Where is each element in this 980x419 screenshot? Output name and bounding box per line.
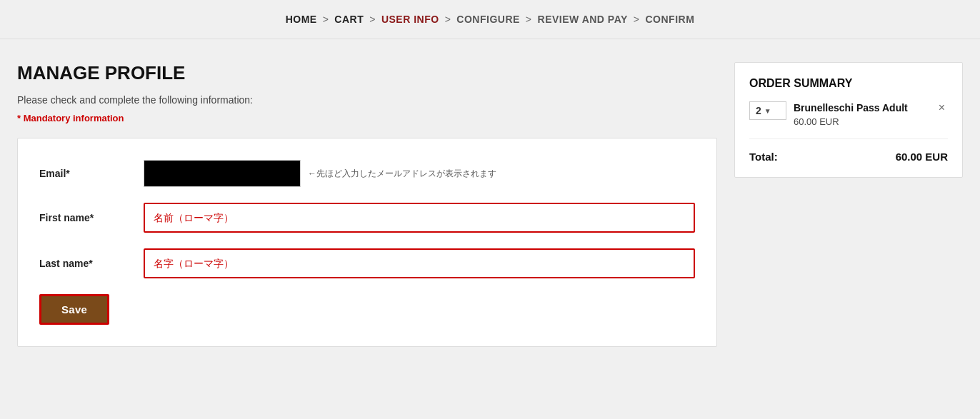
breadcrumb-userinfo[interactable]: USER INFO	[381, 14, 439, 25]
sep-5: >	[634, 14, 640, 25]
sep-3: >	[445, 14, 451, 25]
total-value: 60.00 EUR	[896, 151, 948, 163]
main-content: MANAGE PROFILE Please check and complete…	[0, 39, 980, 370]
quantity-selector[interactable]: 2 ▼	[749, 101, 786, 120]
item-details: Brunelleschi Pass Adult 60.00 EUR	[794, 101, 929, 127]
first-name-label: First name*	[39, 212, 132, 223]
first-name-input[interactable]	[144, 203, 695, 233]
last-name-input[interactable]	[144, 248, 695, 278]
chevron-down-icon: ▼	[764, 107, 771, 115]
order-summary-title: ORDER SUMMARY	[749, 77, 948, 90]
breadcrumb: HOME > CART > USER INFO > CONFIGURE > RE…	[286, 14, 695, 25]
first-name-row: First name*	[39, 203, 695, 233]
sep-1: >	[323, 14, 329, 25]
breadcrumb-home[interactable]: HOME	[286, 14, 317, 25]
page-title: MANAGE PROFILE	[17, 62, 717, 84]
quantity-value: 2	[756, 105, 761, 116]
page-subtitle: Please check and complete the following …	[17, 94, 717, 106]
form-box: Email* ←先ほど入力したメールアドレスが表示されます First name…	[17, 138, 717, 347]
save-button[interactable]: Save	[39, 294, 109, 325]
breadcrumb-review[interactable]: REVIEW AND PAY	[538, 14, 628, 25]
last-name-label: Last name*	[39, 258, 132, 269]
breadcrumb-cart[interactable]: CART	[334, 14, 364, 25]
item-price: 60.00 EUR	[794, 116, 929, 127]
item-name: Brunelleschi Pass Adult	[794, 101, 929, 114]
email-label: Email*	[39, 168, 132, 179]
remove-item-button[interactable]: ×	[936, 101, 948, 114]
save-btn-wrapper: Save	[39, 294, 695, 325]
sep-4: >	[526, 14, 532, 25]
email-row: Email* ←先ほど入力したメールアドレスが表示されます	[39, 160, 695, 187]
order-total: Total: 60.00 EUR	[749, 151, 948, 163]
email-hint: ←先ほど入力したメールアドレスが表示されます	[308, 168, 496, 180]
breadcrumb-configure[interactable]: CONFIGURE	[456, 14, 520, 25]
order-item: 2 ▼ Brunelleschi Pass Adult 60.00 EUR ×	[749, 101, 948, 139]
breadcrumb-bar: HOME > CART > USER INFO > CONFIGURE > RE…	[0, 0, 980, 39]
mandatory-note: * Mandatory information	[17, 113, 717, 123]
mandatory-star: * Mandatory information	[17, 113, 124, 123]
sep-2: >	[369, 14, 376, 25]
order-summary: ORDER SUMMARY 2 ▼ Brunelleschi Pass Adul…	[734, 62, 963, 178]
breadcrumb-confirm[interactable]: CONFIRM	[646, 14, 695, 25]
email-display-masked	[144, 160, 301, 187]
email-wrapper: ←先ほど入力したメールアドレスが表示されます	[144, 160, 695, 187]
total-label: Total:	[749, 151, 778, 163]
form-area: MANAGE PROFILE Please check and complete…	[17, 62, 717, 347]
last-name-row: Last name*	[39, 248, 695, 278]
